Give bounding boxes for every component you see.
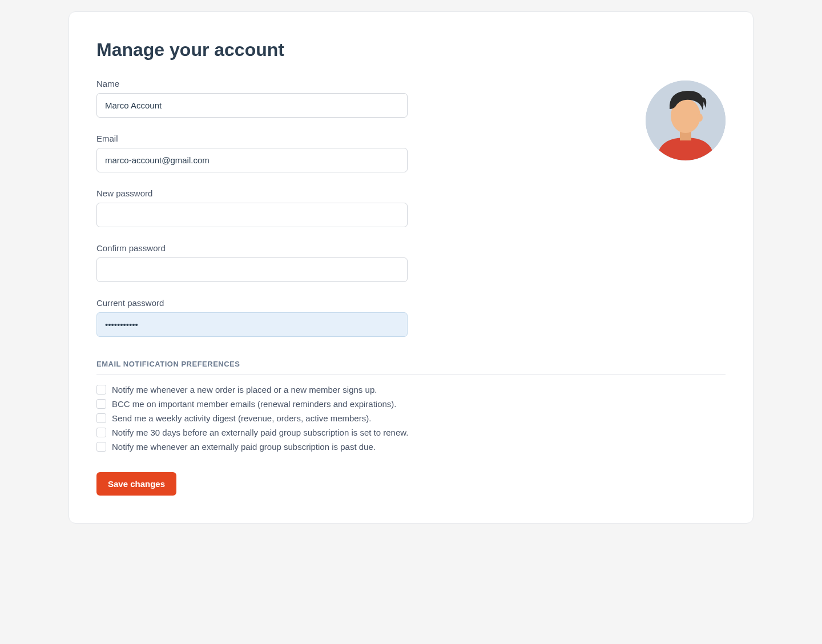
confirm-password-label: Confirm password bbox=[96, 243, 726, 253]
preferences-section-header: EMAIL NOTIFICATION PREFERENCES bbox=[96, 360, 726, 375]
email-input[interactable] bbox=[96, 148, 408, 172]
preference-checkbox-bcc[interactable] bbox=[96, 399, 106, 409]
current-password-label: Current password bbox=[96, 298, 726, 308]
account-settings-card: Manage your account Name bbox=[68, 11, 754, 524]
save-button[interactable]: Save changes bbox=[96, 472, 176, 496]
new-password-label: New password bbox=[96, 188, 726, 198]
preference-checkbox-past-due[interactable] bbox=[96, 442, 106, 452]
preference-row: BCC me on important member emails (renew… bbox=[96, 399, 726, 409]
preference-row: Notify me 30 days before an externally p… bbox=[96, 428, 726, 437]
avatar[interactable] bbox=[646, 80, 726, 160]
preference-checkbox-new-order[interactable] bbox=[96, 385, 106, 395]
preference-row: Notify me whenever a new order is placed… bbox=[96, 385, 726, 395]
email-label: Email bbox=[96, 134, 726, 143]
current-password-field-group: Current password bbox=[96, 298, 726, 337]
page-title: Manage your account bbox=[96, 39, 726, 61]
confirm-password-field-group: Confirm password bbox=[96, 243, 726, 282]
preference-label: BCC me on important member emails (renew… bbox=[112, 399, 397, 409]
current-password-input[interactable] bbox=[96, 312, 408, 337]
preference-label: Notify me 30 days before an externally p… bbox=[112, 428, 408, 437]
svg-point-4 bbox=[697, 114, 703, 122]
preference-row: Send me a weekly activity digest (revenu… bbox=[96, 413, 726, 423]
preference-label: Send me a weekly activity digest (revenu… bbox=[112, 413, 371, 423]
new-password-field-group: New password bbox=[96, 188, 726, 227]
preference-label: Notify me whenever a new order is placed… bbox=[112, 385, 377, 395]
confirm-password-input[interactable] bbox=[96, 257, 408, 282]
name-input[interactable] bbox=[96, 93, 408, 118]
email-field-group: Email bbox=[96, 134, 726, 172]
name-field-group: Name bbox=[96, 79, 726, 118]
new-password-input[interactable] bbox=[96, 203, 408, 227]
preference-checkbox-weekly-digest[interactable] bbox=[96, 413, 106, 423]
preference-label: Notify me whenever an externally paid gr… bbox=[112, 442, 376, 452]
preference-row: Notify me whenever an externally paid gr… bbox=[96, 442, 726, 452]
preference-checkbox-renewal-reminder[interactable] bbox=[96, 428, 106, 437]
avatar-icon bbox=[646, 80, 726, 160]
name-label: Name bbox=[96, 79, 726, 88]
